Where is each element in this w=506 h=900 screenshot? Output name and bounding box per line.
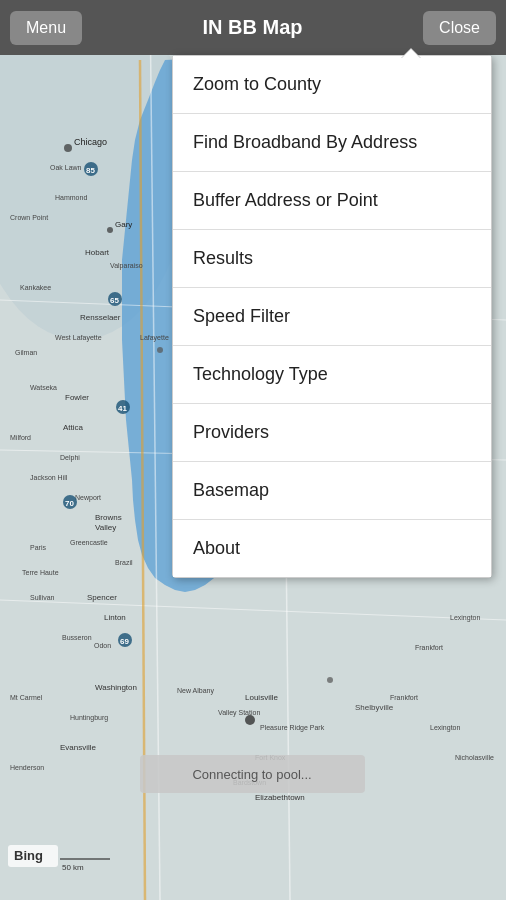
svg-text:Lexington: Lexington [430, 724, 460, 732]
svg-text:Gilman: Gilman [15, 349, 37, 356]
menu-item-label: Zoom to County [193, 74, 321, 95]
svg-point-9 [64, 144, 72, 152]
svg-text:50 km: 50 km [62, 863, 84, 872]
svg-text:Newport: Newport [75, 494, 101, 502]
svg-text:Chicago: Chicago [74, 137, 107, 147]
svg-text:Greencastle: Greencastle [70, 539, 108, 546]
app-title: IN BB Map [82, 16, 423, 39]
svg-text:Oak Lawn: Oak Lawn [50, 164, 82, 171]
svg-text:Fowler: Fowler [65, 393, 89, 402]
svg-text:Brazil: Brazil [115, 559, 133, 566]
menu-item-find-broadband[interactable]: Find Broadband By Address [173, 114, 491, 172]
close-button[interactable]: Close [423, 11, 496, 45]
svg-text:Kankakee: Kankakee [20, 284, 51, 291]
svg-text:Lexington: Lexington [450, 614, 480, 622]
svg-rect-80 [60, 858, 110, 860]
menu-item-label: Buffer Address or Point [193, 190, 378, 211]
svg-text:Lafayette: Lafayette [140, 334, 169, 342]
svg-point-10 [107, 227, 113, 233]
svg-text:Henderson: Henderson [10, 764, 44, 771]
svg-text:West Lafayette: West Lafayette [55, 334, 102, 342]
svg-text:Hobart: Hobart [85, 248, 110, 257]
svg-text:Frankfort: Frankfort [415, 644, 443, 651]
menu-item-providers[interactable]: Providers [173, 404, 491, 462]
svg-text:Valley Station: Valley Station [218, 709, 260, 717]
menu-item-label: Find Broadband By Address [193, 132, 417, 153]
svg-text:Milford: Milford [10, 434, 31, 441]
svg-text:Sullivan: Sullivan [30, 594, 55, 601]
menu-item-label: Providers [193, 422, 269, 443]
svg-text:Delphi: Delphi [60, 454, 80, 462]
svg-text:Linton: Linton [104, 613, 126, 622]
svg-text:Terre Haute: Terre Haute [22, 569, 59, 576]
menu-item-label: Results [193, 248, 253, 269]
svg-text:65: 65 [110, 296, 119, 305]
menu-item-label: Speed Filter [193, 306, 290, 327]
svg-text:Louisville: Louisville [245, 693, 278, 702]
svg-text:Huntingburg: Huntingburg [70, 714, 108, 722]
svg-text:Busseron: Busseron [62, 634, 92, 641]
svg-text:Gary: Gary [115, 220, 132, 229]
menu-item-about[interactable]: About [173, 520, 491, 577]
svg-text:Spencer: Spencer [87, 593, 117, 602]
svg-text:41: 41 [118, 404, 127, 413]
svg-text:Jackson Hill: Jackson Hill [30, 474, 68, 481]
menu-item-label: About [193, 538, 240, 559]
svg-text:New Albany: New Albany [177, 687, 214, 695]
svg-text:85: 85 [86, 166, 95, 175]
svg-text:69: 69 [120, 637, 129, 646]
svg-text:Mt Carmel: Mt Carmel [10, 694, 43, 701]
svg-text:Browns: Browns [95, 513, 122, 522]
menu-button[interactable]: Menu [10, 11, 82, 45]
svg-text:Nicholasville: Nicholasville [455, 754, 494, 761]
menu-item-buffer-address[interactable]: Buffer Address or Point [173, 172, 491, 230]
svg-point-13 [245, 715, 255, 725]
svg-point-14 [327, 677, 333, 683]
svg-text:Washington: Washington [95, 683, 137, 692]
menu-item-zoom-county[interactable]: Zoom to County [173, 56, 491, 114]
svg-text:Paris: Paris [30, 544, 46, 551]
header: Menu IN BB Map Close [0, 0, 506, 55]
svg-text:Hammond: Hammond [55, 194, 87, 201]
svg-text:Odon: Odon [94, 642, 111, 649]
menu-item-basemap[interactable]: Basemap [173, 462, 491, 520]
svg-text:Bing: Bing [14, 848, 43, 863]
dropdown-menu: Zoom to County Find Broadband By Address… [172, 55, 492, 578]
svg-text:Shelbyville: Shelbyville [355, 703, 394, 712]
svg-text:Watseka: Watseka [30, 384, 57, 391]
menu-item-label: Basemap [193, 480, 269, 501]
menu-item-technology-type[interactable]: Technology Type [173, 346, 491, 404]
svg-text:Attica: Attica [63, 423, 84, 432]
svg-text:Elizabethtown: Elizabethtown [255, 793, 305, 802]
svg-text:70: 70 [65, 499, 74, 508]
svg-text:Valley: Valley [95, 523, 116, 532]
svg-text:Valparaiso: Valparaiso [110, 262, 143, 270]
svg-text:Connecting to pool...: Connecting to pool... [192, 767, 311, 782]
svg-text:Evansville: Evansville [60, 743, 97, 752]
svg-text:Rensselaer: Rensselaer [80, 313, 121, 322]
svg-text:Pleasure Ridge Park: Pleasure Ridge Park [260, 724, 325, 732]
menu-item-label: Technology Type [193, 364, 328, 385]
svg-text:Crown Point: Crown Point [10, 214, 48, 221]
menu-item-speed-filter[interactable]: Speed Filter [173, 288, 491, 346]
svg-point-11 [157, 347, 163, 353]
svg-text:Frankfort: Frankfort [390, 694, 418, 701]
menu-item-results[interactable]: Results [173, 230, 491, 288]
